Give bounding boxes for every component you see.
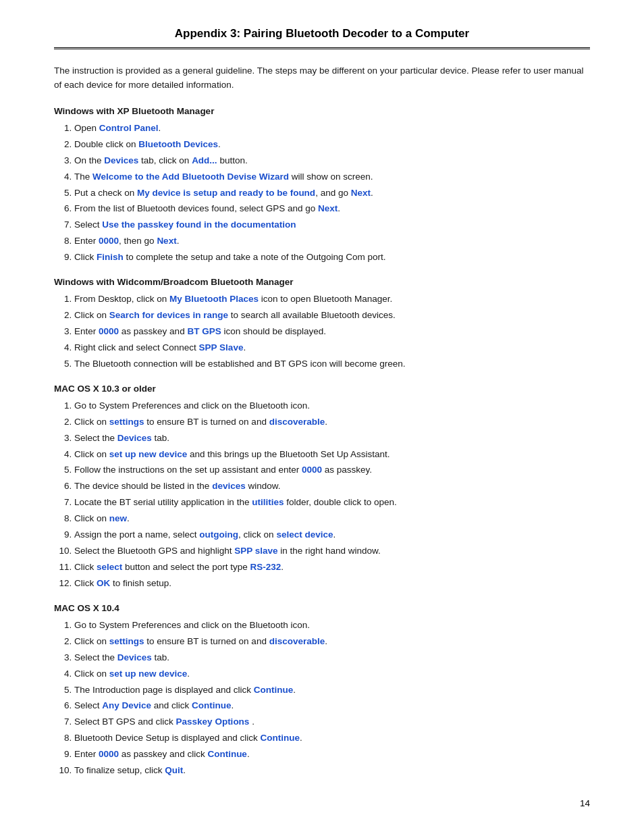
next-link3: Next: [157, 236, 176, 246]
devices-link-3: Devices: [117, 652, 152, 662]
bt-gps-link: BT GPS: [187, 326, 221, 336]
list-item: Enter 0000 as passkey and BT GPS icon sh…: [74, 325, 590, 339]
section-windows-xp: Windows with XP Bluetooth Manager Open C…: [54, 106, 590, 265]
list-item: Click select button and select the port …: [74, 561, 590, 575]
intro-paragraph: The instruction is provided as a general…: [54, 64, 590, 93]
list-item: Select the Devices tab.: [74, 651, 590, 665]
list-item: Follow the instructions on the set up as…: [74, 463, 590, 477]
select-device-link: select device: [276, 529, 333, 540]
list-windows-xp: Open Control Panel. Double click on Blue…: [74, 122, 590, 265]
add-link: Add...: [192, 155, 217, 165]
list-item: From the list of Bluetooth devices found…: [74, 202, 590, 216]
section-title-mac103: MAC OS X 10.3 or older: [54, 384, 590, 394]
section-widcomm: Windows with Widcomm/Broadcom Bluetooth …: [54, 277, 590, 371]
list-item: The Bluetooth connection will be establi…: [74, 357, 590, 371]
list-item: Click on settings to ensure BT is turned…: [74, 635, 590, 649]
section-mac-104: MAC OS X 10.4 Go to System Preferences a…: [54, 603, 590, 778]
list-item: Locate the BT serial utility application…: [74, 496, 590, 510]
list-widcomm: From Desktop, click on My Bluetooth Plac…: [74, 292, 590, 371]
list-item: Select the Devices tab.: [74, 432, 590, 446]
spp-slave-link-2: SPP slave: [234, 546, 277, 556]
bluetooth-devices-link[interactable]: Bluetooth Devices: [138, 139, 218, 149]
list-item: Enter 0000 as passkey and click Continue…: [74, 748, 590, 762]
passkey-0000: 0000: [99, 236, 119, 246]
section-title-mac104: MAC OS X 10.4: [54, 603, 590, 613]
list-item: Go to System Preferences and click on th…: [74, 399, 590, 413]
select-link: select: [97, 562, 122, 572]
setup-ready-link: My device is setup and ready to be found: [137, 188, 315, 198]
list-item: Click Finish to complete the setup and t…: [74, 251, 590, 265]
list-item: Click on settings to ensure BT is turned…: [74, 415, 590, 429]
quit-link: Quit: [165, 765, 183, 775]
list-item: Select BT GPS and click Passkey Options …: [74, 715, 590, 729]
list-item: Double click on Bluetooth Devices.: [74, 138, 590, 152]
list-item: Select Any Device and click Continue.: [74, 699, 590, 713]
section-title-xp: Windows with XP Bluetooth Manager: [54, 106, 590, 116]
page-number: 14: [54, 798, 590, 808]
setup-new-device-link-2: set up new device: [109, 669, 188, 679]
continue-link-2: Continue: [192, 700, 232, 710]
finish-link: Finish: [97, 252, 124, 262]
list-item: Click OK to finish setup.: [74, 577, 590, 591]
page-title: Appendix 3: Pairing Bluetooth Decoder to…: [54, 27, 590, 41]
continue-link-1: Continue: [254, 685, 294, 695]
section-mac-103: MAC OS X 10.3 or older Go to System Pref…: [54, 384, 590, 591]
list-item: The Welcome to the Add Bluetooth Devise …: [74, 170, 590, 184]
outgoing-link: outgoing: [199, 529, 238, 540]
control-panel-link[interactable]: Control Panel: [99, 123, 159, 133]
passkey-doc-link: Use the passkey found in the documentati…: [102, 219, 296, 230]
list-item: Go to System Preferences and click on th…: [74, 619, 590, 633]
rs232-link: RS-232: [250, 562, 281, 572]
list-item: Assign the port a name, select outgoing,…: [74, 528, 590, 542]
spp-slave-link: SPP Slave: [199, 342, 244, 353]
next-link2: Next: [318, 203, 338, 213]
settings-link-1: settings: [109, 417, 144, 427]
list-mac-104: Go to System Preferences and click on th…: [74, 619, 590, 778]
devices-link-1: Devices: [117, 433, 152, 443]
list-item: Select Use the passkey found in the docu…: [74, 218, 590, 232]
settings-link-2: settings: [109, 636, 144, 646]
setup-new-device-link-1: set up new device: [109, 449, 188, 459]
passkey-mac2: 0000: [99, 749, 119, 759]
list-item: To finalize setup, click Quit.: [74, 764, 590, 778]
ok-link: OK: [97, 578, 110, 588]
list-item: Enter 0000, then go Next.: [74, 234, 590, 249]
list-item: Put a check on My device is setup and re…: [74, 186, 590, 201]
wizard-link: Welcome to the Add Bluetooth Devise Wiza…: [92, 172, 289, 182]
list-item: From Desktop, click on My Bluetooth Plac…: [74, 292, 590, 307]
discoverable-link-1: discoverable: [269, 417, 325, 427]
list-item: Click on set up new device.: [74, 667, 590, 681]
passkey-mac1: 0000: [302, 465, 322, 475]
devices-link-2: devices: [212, 481, 246, 491]
passkey-options-link: Passkey Options: [176, 716, 250, 727]
devices-text: Devices: [104, 155, 138, 165]
utilities-link: utilities: [252, 497, 284, 507]
list-item: The device should be listed in the devic…: [74, 479, 590, 494]
my-bt-places-link: My Bluetooth Places: [169, 294, 259, 304]
continue-link-3: Continue: [260, 733, 300, 743]
search-devices-link: Search for devices in range: [109, 310, 228, 320]
list-item: The Introduction page is displayed and c…: [74, 683, 590, 698]
list-item: Right click and select Connect SPP Slave…: [74, 341, 590, 355]
new-link: new: [109, 513, 127, 523]
divider: [54, 47, 590, 49]
list-item: Open Control Panel.: [74, 122, 590, 136]
list-item: Click on Search for devices in range to …: [74, 309, 590, 323]
list-item: Select the Bluetooth GPS and highlight S…: [74, 544, 590, 558]
list-item: Click on set up new device and this brin…: [74, 448, 590, 462]
list-item: Bluetooth Device Setup is displayed and …: [74, 731, 590, 746]
next-link: Next: [351, 188, 371, 198]
discoverable-link-2: discoverable: [269, 636, 325, 646]
list-item: Click on new.: [74, 512, 590, 526]
list-mac-103: Go to System Preferences and click on th…: [74, 399, 590, 591]
any-device-link: Any Device: [102, 700, 151, 710]
continue-link-4: Continue: [207, 749, 247, 759]
passkey-w: 0000: [99, 326, 119, 336]
list-item: On the Devices tab, click on Add... butt…: [74, 154, 590, 168]
section-title-widcomm: Windows with Widcomm/Broadcom Bluetooth …: [54, 277, 590, 287]
